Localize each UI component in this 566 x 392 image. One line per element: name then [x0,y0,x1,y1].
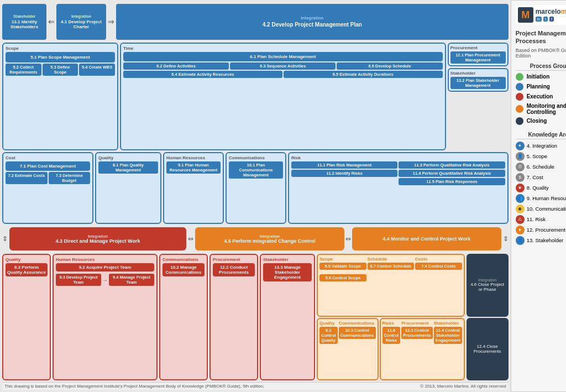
twitter-icon[interactable]: t [543,17,548,22]
mc-row1: Scope 5.5 Validate Scope 5.6 Control Sco… [317,254,465,317]
box-11-4: 11.4 Perform Quantitative Risk Analysis [399,170,505,177]
mc-integration-boxes: Integration 4.5 Perform Integrated Chang… [195,227,501,250]
box-4-5: Integration 4.5 Perform Integrated Chang… [195,227,344,250]
box-10-3: 10.3 Control Communications [339,327,376,339]
box-7-2: 7.2 Estimate Costs [6,172,48,184]
linkedin-icon[interactable]: in [536,17,542,22]
planning-top-row: Scope 5.1 Plan Scope Management 5.2 Coll… [2,43,509,150]
cost-header: Cost [6,155,90,160]
right-panel-subtitle: Based on PMBOK® Guide 5º Edition [516,48,566,59]
arrow-1: ⇐ [48,17,55,26]
box-7-3: 7.3 Determine Budget [49,172,91,184]
box-5-2: 5.2 Collect Requirements [6,64,41,76]
box-11-5: 11.5 Plan Risk Responses [399,178,505,185]
integration-label-2: Integration [301,15,323,20]
box-4-1: 4.1 Develop Project Charter [59,19,104,29]
box-6-2: 6.2 Define Activities [123,62,229,70]
box-6-6: 6.6 Develop Schedule [337,62,442,70]
ka-integration-icon: ✦ [516,142,525,150]
risk-col2: 11.3 Perform Qualitative Risk Analysis 1… [399,161,505,185]
exec-integration-box: Integration 4.3 Direct and Manage Projec… [9,227,186,250]
right-panel: M marcelomartins in t f Project Manageme… [511,0,566,392]
box-13-3: 13.3 Manage Stakeholder Engagement [263,263,312,281]
integration-label-1: Integration [71,14,91,18]
process-groups-title: Process Groups [516,63,566,71]
ka-scope: 👤 5. Scope [516,152,566,161]
hr-row2: 9.3 Develop Project Team → 9.4 Manage Pr… [56,273,154,287]
box-4-6: Integration 4.6 Close Project or Phase [467,254,509,317]
ka-risk-icon: ⚠ [516,215,525,224]
quality-plan-section: Quality 8.1 Plan Quality Management [95,152,161,224]
arrows-right: ⇕ [503,235,509,243]
box-7-4: 7.4 Control Costs [415,263,462,270]
scope-schedule-mc: Scope 5.5 Validate Scope 5.6 Control Sco… [317,254,465,317]
risk-plan-header: Risk [291,155,505,160]
legend-closing: Closing [516,117,566,125]
stakeholder-plan-header: Stakeholder [450,71,506,76]
legend-execution: Execution [516,93,566,101]
scope-mc-header: Scope [319,257,366,262]
facebook-icon[interactable]: f [549,17,554,22]
initiation-stakeholder-box: Stakeholder 13.1 Identify Stakeholders [2,4,46,40]
initiation-dot [516,73,523,81]
box-13-2: 13.2 Plan Stakeholder Management [450,77,506,89]
box-13-1: 13.1 Identify Stakeholders [4,19,44,29]
execution-dot [516,93,523,101]
exec-detail-row: Quality 8.2 Perform Quality Assurance Hu… [2,254,509,380]
box-5-4: 5.4 Create WBS [79,64,115,76]
exec-integration-label: Integration [12,234,184,238]
legend-mc: Monitoring and Controlling [516,103,566,115]
left-content: Stakeholder 13.1 Identify Stakeholders ⇐… [0,0,511,392]
box-9-2: 9.2 Acquire Project Team [56,263,154,271]
main-container: Stakeholder 13.1 Identify Stakeholders ⇐… [0,0,566,392]
box-4-4: 4.4 Monitor and Control Project Work [352,227,501,250]
hr-exec-header: Human Resources [56,257,154,262]
risk-row1: 11.1 Plan Risk Management 11.2 Identify … [291,161,505,185]
quality-comm-mc: Quality 8.3 Control Quality Communicatio… [317,318,379,381]
box-7-1: 7.1 Plan Cost Management [6,161,90,171]
closing-dot [516,117,523,125]
initiation-row: Stakeholder 13.1 Identify Stakeholders ⇐… [2,2,509,41]
arrows-left: ⇕ [2,235,8,243]
initiation-integration-big: Integration 4.2 Develop Project Manageme… [116,4,509,40]
ka-integration: ✦ 4. Integration [516,142,566,150]
stakeholder-plan-section: Stakeholder 13.2 Plan Stakeholder Manage… [448,68,509,92]
mc-row2: Quality 8.3 Control Quality Communicatio… [317,318,465,381]
box-6-7: 6.7 Control Schedule [368,263,415,270]
scope-section: Scope 5.1 Plan Scope Management 5.2 Coll… [2,43,118,150]
box-8-3: 8.3 Control Quality [319,327,338,344]
initiation-integration-box: Integration 4.1 Develop Project Charter [56,4,106,40]
stake-exec-header: Stakeholder [263,257,312,262]
ka-title: Knowledge Areas [516,132,566,139]
planning-bottom-row: Cost 7.1 Plan Cost Management 7.2 Estima… [2,152,509,224]
box-6-5: 6.5 Estimate Activity Durations [284,71,443,78]
cost-row2: 7.2 Estimate Costs 7.3 Determine Budget [6,172,90,184]
box-10-1: 10.1 Plan Communications Management [229,161,283,179]
logo-name2: martins [561,8,566,15]
box-12-3: 12.3 Control Procurements [401,327,432,339]
time-row3: 6.4 Estimate Activity Resources 6.5 Esti… [123,71,443,78]
planning-dot [516,83,523,91]
risk-col1: 11.1 Plan Risk Management 11.2 Identify … [291,161,397,185]
costs-mc-header: Costs [415,257,462,262]
procurement-plan-section: Procurement 12.1 Plan Procurement Manage… [448,43,509,66]
ka-quality-icon: ★ [516,184,525,192]
logo-area: M marcelomartins in t f [516,5,566,25]
box-12-2: 12.2 Conduct Procurements [213,263,255,276]
ka-stakeholder: 👤 13. Stakeholder [516,236,566,245]
planning-label: Planning [527,83,550,90]
logo-name1: marcelo [536,8,561,15]
box-11-1: 11.1 Plan Risk Management [291,161,397,169]
box-5-1: 5.1 Plan Scope Management [6,52,115,62]
box-6-1: 6.1 Plan Schedule Management [123,52,443,61]
ka-integration-text: 4. Integration [527,143,557,149]
initiation-label: Initiation [527,74,550,80]
risks-proc-stake-mc: Risks 11.6 Control Risks Procurement 12.… [380,318,465,381]
box-9-4: 9.4 Manage Project Team [109,274,154,286]
quality-mc-header: Quality [319,321,338,326]
proc-mc-header: Procurement [401,321,432,326]
comm-plan-header: Communications [229,155,283,160]
box-9-3: 9.3 Develop Project Team [56,274,101,286]
knowledge-areas-section: Knowledge Areas ✦ 4. Integration 👤 5. Sc… [516,132,566,247]
scope-bottom-row: 5.2 Collect Requirements 5.3 Define Scop… [6,64,115,76]
